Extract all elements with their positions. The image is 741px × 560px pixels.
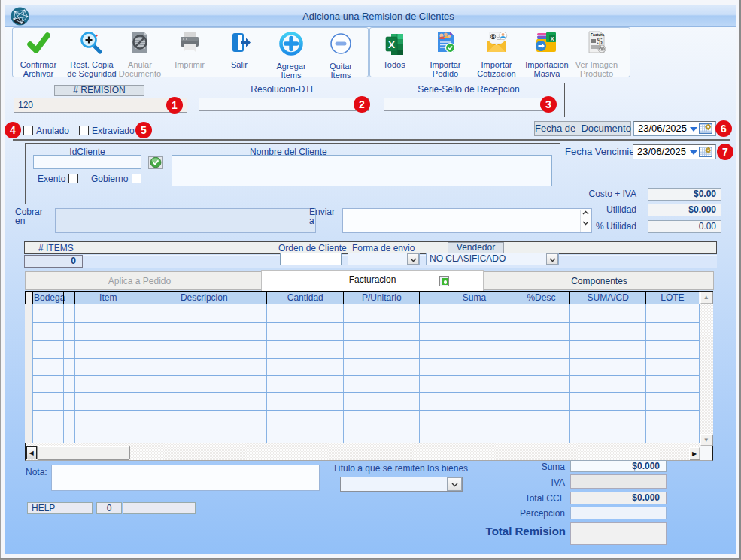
svg-text:X: X <box>388 39 395 50</box>
svg-text:$: $ <box>491 34 495 41</box>
svg-text:X: X <box>551 36 554 41</box>
